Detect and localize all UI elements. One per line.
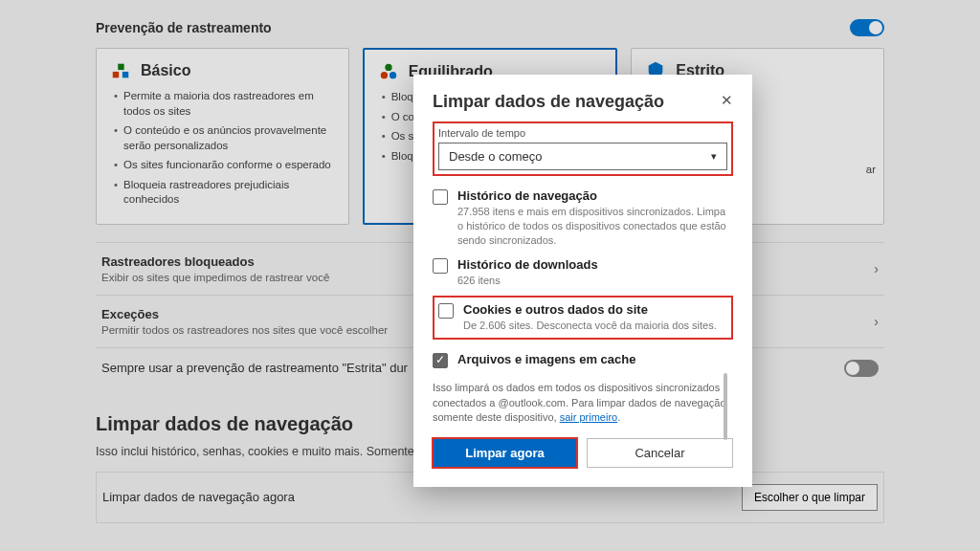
- item-cache-title: Arquivos e imagens em cache: [457, 352, 635, 366]
- cookies-highlight: Cookies e outros dados do site De 2.606 …: [433, 296, 733, 340]
- item-downloads-title: Histórico de downloads: [457, 257, 598, 272]
- time-range-select[interactable]: Desde o começo ▾: [438, 143, 727, 170]
- clear-now-button[interactable]: Limpar agora: [433, 438, 577, 468]
- item-history-sub: 27.958 itens e mais em dispositivos sinc…: [457, 205, 733, 248]
- sign-out-first-link[interactable]: sair primeiro: [560, 411, 618, 423]
- checkbox-checked[interactable]: [433, 353, 448, 368]
- time-range-label: Intervalo de tempo: [438, 127, 727, 139]
- checkbox-unchecked[interactable]: [433, 258, 448, 274]
- dialog-title: Limpar dados de navegação: [433, 92, 664, 112]
- dialog-sync-note: Isso limpará os dados em todos os dispos…: [433, 381, 733, 425]
- cancel-button[interactable]: Cancelar: [587, 438, 733, 468]
- clear-browsing-data-dialog: Limpar dados de navegação ✕ Intervalo de…: [413, 75, 752, 487]
- item-cookies-sub: De 2.606 sites. Desconecta você da maior…: [463, 319, 717, 333]
- scrollbar[interactable]: [724, 373, 727, 440]
- checkbox-unchecked[interactable]: [438, 303, 454, 319]
- chevron-down-icon: ▾: [711, 150, 717, 163]
- item-downloads[interactable]: Histórico de downloads 626 itens: [433, 253, 733, 293]
- item-cache[interactable]: Arquivos e imagens em cache: [433, 347, 733, 373]
- item-history-title: Histórico de navegação: [457, 188, 733, 203]
- item-cookies-title: Cookies e outros dados do site: [463, 302, 717, 317]
- time-range-highlight: Intervalo de tempo Desde o começo ▾: [433, 121, 733, 176]
- checkbox-list: Histórico de navegação 27.958 itens e ma…: [433, 184, 733, 373]
- item-cookies[interactable]: Cookies e outros dados do site De 2.606 …: [438, 300, 727, 335]
- item-downloads-sub: 626 itens: [457, 274, 598, 288]
- item-history[interactable]: Histórico de navegação 27.958 itens e ma…: [433, 184, 733, 253]
- close-icon[interactable]: ✕: [721, 92, 733, 109]
- checkbox-unchecked[interactable]: [433, 189, 448, 205]
